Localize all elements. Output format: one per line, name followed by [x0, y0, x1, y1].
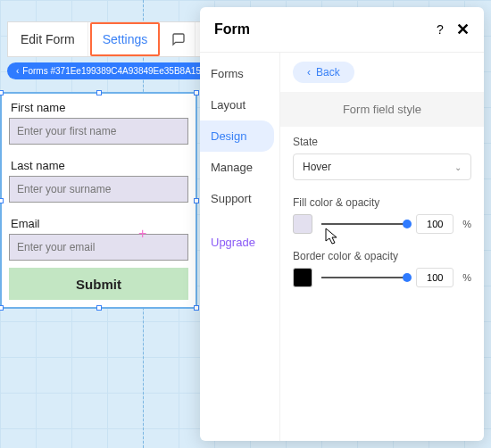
- chevron-left-icon: ‹: [307, 66, 311, 79]
- fill-opacity-value[interactable]: 100: [416, 214, 454, 234]
- help-icon[interactable]: ?: [431, 22, 449, 37]
- email-input[interactable]: Enter your email: [9, 234, 188, 261]
- panel-title: Form: [214, 21, 250, 37]
- panel-content: ‹ Back Form field style State Hover ⌄ Fi…: [280, 53, 484, 441]
- border-color-swatch[interactable]: [293, 268, 312, 287]
- state-label: State: [293, 136, 471, 148]
- border-label: Border color & opacity: [293, 250, 471, 262]
- state-select[interactable]: Hover ⌄: [293, 153, 471, 180]
- form-canvas[interactable]: First name Enter your first name Last na…: [0, 92, 197, 309]
- nav-manage[interactable]: Manage: [200, 152, 279, 183]
- fill-label: Fill color & opacity: [293, 196, 471, 209]
- section-heading: Form field style: [280, 92, 484, 127]
- nav-layout[interactable]: Layout: [200, 89, 279, 120]
- fill-color-swatch[interactable]: [293, 214, 312, 234]
- field-label[interactable]: Email: [2, 210, 196, 234]
- editor-toolbar: Edit Form Settings ···: [7, 21, 230, 57]
- first-name-input[interactable]: Enter your first name: [9, 118, 188, 145]
- nav-support[interactable]: Support: [200, 183, 279, 214]
- nav-design[interactable]: Design: [200, 120, 274, 152]
- back-button[interactable]: ‹ Back: [293, 62, 354, 83]
- settings-button[interactable]: Settings: [90, 22, 161, 56]
- comment-icon[interactable]: [162, 22, 196, 56]
- border-opacity-value[interactable]: 100: [416, 268, 454, 287]
- border-opacity-slider[interactable]: [321, 277, 407, 278]
- last-name-input[interactable]: Enter your surname: [9, 176, 188, 203]
- chevron-left-icon: ‹: [16, 66, 19, 76]
- field-label[interactable]: First name: [2, 94, 196, 118]
- nav-upgrade[interactable]: Upgrade: [200, 227, 279, 258]
- breadcrumb-text: Forms #371Ee199389C4A93849Ee35B8A15B7Ca2: [22, 66, 228, 76]
- close-icon[interactable]: ✕: [456, 20, 470, 39]
- percent-unit: %: [462, 219, 471, 229]
- percent-unit: %: [462, 272, 471, 283]
- settings-panel: Form ? ✕ Forms Layout Design Manage Supp…: [200, 7, 484, 441]
- submit-button[interactable]: Submit: [9, 268, 188, 300]
- edit-form-button[interactable]: Edit Form: [8, 22, 88, 56]
- fill-opacity-slider[interactable]: [321, 223, 407, 225]
- nav-forms[interactable]: Forms: [200, 58, 279, 89]
- panel-side-nav: Forms Layout Design Manage Support Upgra…: [200, 53, 280, 441]
- field-label[interactable]: Last name: [2, 152, 196, 176]
- chevron-down-icon: ⌄: [454, 162, 462, 172]
